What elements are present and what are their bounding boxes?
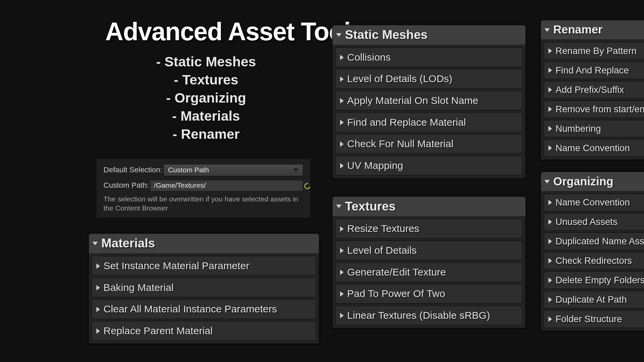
chevron-right-icon [340,120,344,125]
add-prefix-suffix-item[interactable]: Add Prefix/Suffix [544,81,644,99]
check-null-material-item[interactable]: Check For Null Material [335,134,523,154]
chevron-right-icon [96,263,100,268]
item-label: Add Prefix/Suffix [555,84,624,95]
chevron-right-icon [340,98,344,103]
collisions-item[interactable]: Collisions [335,47,523,67]
default-selection-dropdown[interactable]: Custom Path [163,164,304,176]
chevron-right-icon [340,291,344,296]
feature-item: Textures [104,71,308,89]
org-name-convention-item[interactable]: Name Convention [544,194,644,212]
expanded-icon [544,28,550,32]
set-instance-material-parameter-item[interactable]: Set Instance Material Parameter [92,256,316,276]
unused-assets-item[interactable]: Unused Assets [544,213,644,231]
item-label: Unused Assets [555,217,618,227]
chevron-right-icon [340,313,344,318]
chevron-right-icon [340,269,344,275]
name-convention-item[interactable]: Name Convention [544,139,644,157]
item-label: Delete Empty Folders [555,275,644,286]
panel-title: Static Meshes [345,28,427,42]
item-label: Generate/Edit Texture [347,266,446,278]
item-label: UV Mapping [347,160,403,172]
renamer-panel: Renamer Rename By Pattern Find And Repla… [540,20,644,160]
replace-parent-material-item[interactable]: Replace Parent Material [92,321,316,341]
panel-title: Materials [101,236,155,250]
item-label: Duplicated Name Assets [555,236,644,247]
find-replace-material-item[interactable]: Find and Replace Material [335,112,523,132]
item-label: Duplicate At Path [555,294,627,305]
chevron-right-icon [96,307,100,312]
chevron-right-icon [340,226,344,232]
expanded-icon [93,242,98,245]
custom-path-label: Custom Path: [103,181,150,190]
item-label: Check For Null Material [347,138,453,150]
clear-material-instance-params-item[interactable]: Clear All Material Instance Parameters [92,299,316,319]
numbering-item[interactable]: Numbering [544,120,644,137]
custom-path-input[interactable]: /Game/Textures/ [150,180,304,191]
feature-list: Static Meshes Textures Organizing Materi… [104,53,308,143]
materials-panel: Materials Set Instance Material Paramete… [89,233,319,344]
chevron-right-icon [548,87,552,93]
item-label: Numbering [555,123,601,134]
chevron-right-icon [548,239,552,244]
linear-textures-item[interactable]: Linear Textures (Disable sRBG) [335,305,523,325]
item-label: Resize Textures [347,223,419,235]
chevron-down-icon [293,169,299,172]
chevron-right-icon [548,219,552,225]
chevron-right-icon [548,316,552,322]
chevron-right-icon [548,68,552,73]
static-meshes-panel-header[interactable]: Static Meshes [333,25,526,45]
chevron-right-icon [548,278,552,283]
textures-panel: Textures Resize Textures Level of Detail… [332,196,526,328]
generate-edit-texture-item[interactable]: Generate/Edit Texture [335,262,523,282]
chevron-right-icon [340,76,344,81]
uv-mapping-item[interactable]: UV Mapping [335,156,523,175]
chevron-right-icon [548,200,552,205]
item-label: Level of Details (LODs) [347,73,452,85]
chevron-right-icon [548,48,552,54]
rename-by-pattern-item[interactable]: Rename By Pattern [544,42,644,60]
chevron-right-icon [340,248,344,253]
organizing-panel: Organizing Name Convention Unused Assets… [540,172,644,331]
selection-config-box: Default Selection: Custom Path Custom Pa… [96,158,311,218]
feature-item: Static Meshes [104,53,308,71]
item-label: Baking Material [103,282,173,294]
materials-panel-header[interactable]: Materials [89,234,319,253]
chevron-right-icon [340,141,344,146]
folder-structure-item[interactable]: Folder Structure [544,310,644,328]
item-label: Apply Material On Slot Name [347,95,478,107]
duplicated-name-assets-item[interactable]: Duplicated Name Assets [544,233,644,250]
organizing-panel-header[interactable]: Organizing [541,172,644,191]
remove-start-end-item[interactable]: Remove from start/end [544,100,644,118]
expanded-icon [544,180,550,183]
item-label: Collisions [347,51,391,63]
item-label: Find And Replace [555,65,629,76]
delete-empty-folders-item[interactable]: Delete Empty Folders [544,272,644,289]
apply-material-on-slot-item[interactable]: Apply Material On Slot Name [335,90,523,110]
texture-lods-item[interactable]: Level of Details [335,240,523,260]
textures-panel-header[interactable]: Textures [333,197,526,216]
renamer-panel-header[interactable]: Renamer [541,20,644,40]
default-selection-label: Default Selection: [103,166,163,175]
chevron-right-icon [548,126,552,131]
check-redirectors-item[interactable]: Check Redirectors [544,252,644,270]
panel-title: Textures [345,199,395,214]
default-selection-value: Custom Path [168,166,209,174]
page-title: Advanced Asset Tool [105,17,351,46]
panel-title: Organizing [553,175,613,188]
item-label: Name Convention [555,197,630,208]
expanded-icon [336,33,341,37]
item-label: Folder Structure [555,314,622,324]
static-meshes-panel: Static Meshes Collisions Level of Detail… [332,25,526,179]
item-label: Replace Parent Material [103,325,212,337]
pad-power-of-two-item[interactable]: Pad To Power Of Two [335,284,523,304]
duplicate-at-path-item[interactable]: Duplicate At Path [544,291,644,309]
chevron-right-icon [340,55,344,60]
find-and-replace-item[interactable]: Find And Replace [544,61,644,79]
expanded-icon [336,205,341,208]
chevron-right-icon [96,328,100,334]
lods-item[interactable]: Level of Details (LODs) [335,69,523,89]
baking-material-item[interactable]: Baking Material [92,278,316,297]
feature-item: Organizing [104,89,308,107]
resize-textures-item[interactable]: Resize Textures [335,219,523,239]
chevron-right-icon [548,297,552,302]
